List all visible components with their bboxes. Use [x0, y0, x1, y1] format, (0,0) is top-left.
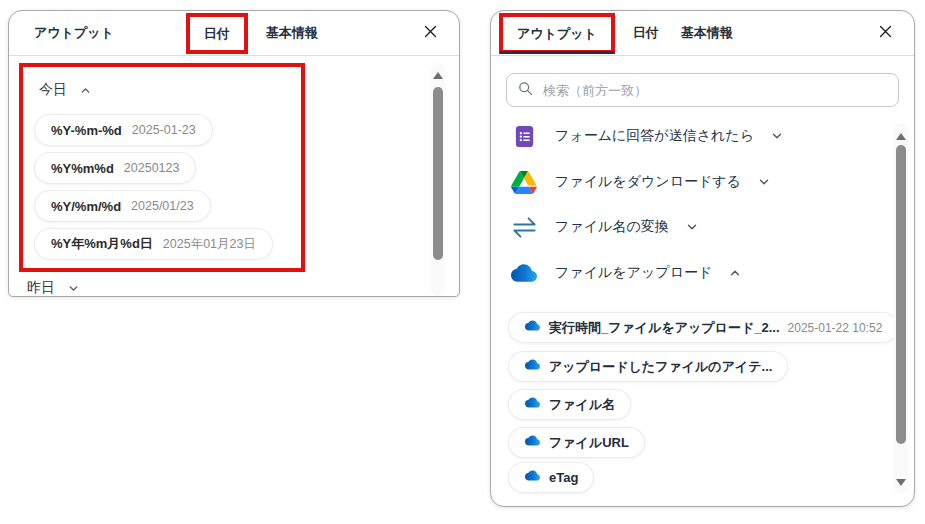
search-input[interactable]: [541, 82, 888, 99]
transfer-arrows-icon: [509, 214, 539, 241]
accordion-drive-trigger[interactable]: ファイルをダウンロードする: [509, 167, 771, 197]
search-field[interactable]: [506, 73, 899, 107]
accordion-convert-trigger[interactable]: ファイル名の変換: [509, 212, 699, 242]
output-pill-label: ファイルURL: [549, 434, 629, 452]
format-value: 2025年01月23日: [163, 236, 256, 253]
close-icon: [877, 23, 894, 43]
chevron-down-icon[interactable]: [67, 282, 80, 295]
accordion-forms-trigger[interactable]: フォームに回答が送信されたら: [509, 121, 784, 151]
section-today[interactable]: 今日: [39, 81, 301, 99]
close-icon: [422, 23, 439, 43]
scroll-down-icon[interactable]: [896, 479, 906, 486]
format-label: %Y-%m-%d: [51, 123, 122, 138]
onedrive-icon: [509, 260, 539, 286]
output-pill-value: 2025-01-22 10:52: [788, 321, 883, 335]
scroll-up-icon[interactable]: [433, 72, 443, 79]
cloud-icon: [524, 395, 541, 414]
accordion-label: フォームに回答が送信されたら: [555, 127, 754, 145]
chevron-down-icon[interactable]: [770, 129, 784, 143]
left-scrollbar-thumb[interactable]: [433, 87, 443, 260]
cloud-icon: [524, 433, 541, 452]
format-value: 2025-01-23: [132, 123, 196, 137]
tab-basic-info[interactable]: 基本情報: [681, 24, 733, 42]
date-output-dialog: アウトプット 日付 基本情報 今日 %Y-%m-%d 2025-01-23 %Y…: [8, 10, 460, 297]
chevron-up-icon[interactable]: [728, 266, 742, 280]
output-pill[interactable]: ファイル名: [509, 390, 630, 419]
left-scrollbar[interactable]: [431, 63, 445, 296]
right-scrollbar-thumb[interactable]: [896, 145, 906, 444]
accordion-label: ファイルをダウンロードする: [555, 173, 741, 191]
close-button[interactable]: [873, 19, 898, 47]
date-format-pill[interactable]: %Y/%m/%d 2025/01/23: [35, 191, 210, 221]
output-pill-label: ファイル名: [549, 396, 615, 414]
right-scrollbar[interactable]: [894, 123, 908, 494]
search-icon: [517, 80, 533, 100]
date-format-list: %Y-%m-%d 2025-01-23 %Y%m%d 20250123 %Y/%…: [35, 115, 301, 259]
tab-output[interactable]: アウトプット: [34, 24, 114, 42]
accordion-upload-trigger[interactable]: ファイルをアップロード: [509, 258, 742, 288]
cloud-icon: [524, 468, 541, 487]
annotation-box-today-section: 今日 %Y-%m-%d 2025-01-23 %Y%m%d 20250123 %…: [19, 63, 305, 272]
output-pill-label: eTag: [549, 470, 578, 485]
annotation-box-output-tab: アウトプット: [499, 13, 615, 54]
cloud-icon: [524, 318, 541, 337]
output-pill-label: 実行時間_ファイルをアップロード_2...: [549, 319, 780, 337]
output-dialog: アウトプット 日付 基本情報 フォームに回答が送信されたら: [490, 10, 915, 507]
format-value: 2025/01/23: [131, 199, 194, 213]
date-format-pill[interactable]: %Y%m%d 20250123: [35, 153, 195, 183]
section-yesterday[interactable]: 昨日: [27, 279, 80, 297]
section-yesterday-label: 昨日: [27, 279, 55, 297]
tab-date[interactable]: 日付: [204, 26, 230, 41]
output-pill[interactable]: eTag: [509, 463, 593, 492]
tab-output[interactable]: アウトプット: [517, 26, 597, 41]
format-label: %Y%m%d: [51, 161, 114, 176]
format-value: 20250123: [124, 161, 180, 175]
scroll-up-icon[interactable]: [896, 133, 906, 140]
chevron-down-icon[interactable]: [757, 175, 771, 189]
accordion-label: ファイルをアップロード: [555, 264, 712, 282]
output-pill-label: アップロードしたファイルのアイテ...: [549, 358, 772, 376]
section-today-label: 今日: [39, 81, 67, 99]
close-button[interactable]: [418, 19, 443, 47]
format-label: %Y/%m/%d: [51, 199, 121, 214]
date-format-pill[interactable]: %Y年%m月%d日 2025年01月23日: [35, 229, 272, 259]
tab-date[interactable]: 日付: [633, 24, 659, 42]
right-tab-bar: アウトプット 日付 基本情報: [491, 11, 914, 56]
cloud-icon: [524, 357, 541, 376]
tab-basic-info[interactable]: 基本情報: [266, 24, 318, 42]
google-drive-icon: [509, 171, 539, 194]
annotation-box-date-tab: 日付: [186, 13, 248, 54]
output-pill[interactable]: アップロードしたファイルのアイテ...: [509, 352, 787, 381]
date-format-pill[interactable]: %Y-%m-%d 2025-01-23: [35, 115, 212, 145]
output-pill[interactable]: ファイルURL: [509, 428, 644, 457]
chevron-down-icon[interactable]: [685, 220, 699, 234]
left-tab-bar: アウトプット 日付 基本情報: [9, 11, 459, 56]
output-pill[interactable]: 実行時間_ファイルをアップロード_2... 2025-01-22 10:52: [509, 313, 897, 342]
chevron-up-icon[interactable]: [79, 84, 92, 97]
format-label: %Y年%m月%d日: [51, 235, 153, 253]
google-forms-icon: [509, 124, 539, 149]
accordion-label: ファイル名の変換: [555, 218, 669, 236]
